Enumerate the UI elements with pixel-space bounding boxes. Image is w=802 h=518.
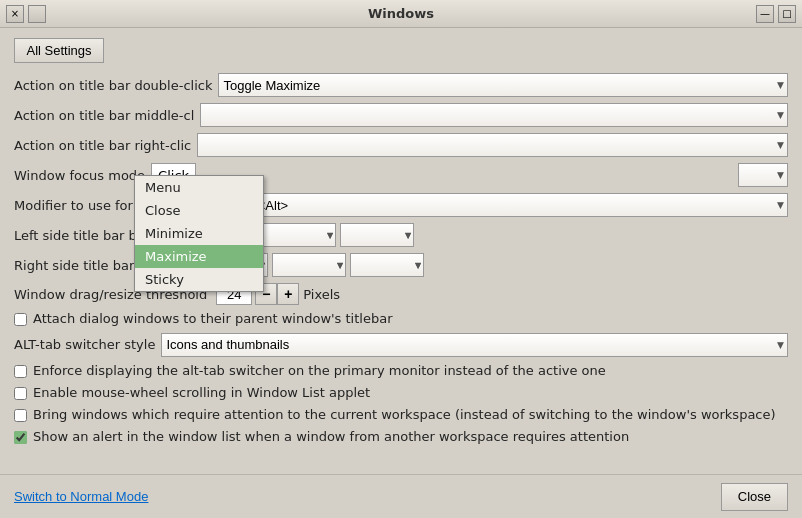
switch-to-normal-mode-link[interactable]: Switch to Normal Mode (14, 489, 148, 504)
dropdown-item-sticky[interactable]: Sticky (135, 268, 263, 291)
threshold-suffix: Pixels (303, 287, 340, 302)
enforce-alt-tab-checkbox[interactable] (14, 365, 27, 378)
mouse-wheel-checkbox[interactable] (14, 387, 27, 400)
alt-tab-label: ALT-tab switcher style (14, 337, 155, 352)
middle-click-select[interactable] (200, 103, 788, 127)
bring-windows-checkbox[interactable] (14, 409, 27, 422)
close-button[interactable]: Close (721, 483, 788, 511)
double-click-select[interactable]: Toggle Maximize (218, 73, 788, 97)
right-btn3-wrapper: ▼ (350, 253, 424, 277)
title-bar-controls: × (6, 5, 46, 23)
double-click-row: Action on title bar double-click Toggle … (14, 73, 788, 97)
right-buttons-selects: ▼ ▼ ▼ (194, 253, 788, 277)
attach-dialog-label: Attach dialog windows to their parent wi… (33, 311, 392, 328)
double-click-label: Action on title bar double-click (14, 78, 212, 93)
attach-dialog-row: Attach dialog windows to their parent wi… (14, 311, 788, 328)
dropdown-item-maximize[interactable]: Maximize (135, 245, 263, 268)
middle-click-select-wrapper (200, 103, 788, 127)
footer: Switch to Normal Mode Close (0, 474, 802, 518)
minimize-button[interactable] (28, 5, 46, 23)
enforce-alt-tab-row: Enforce displaying the alt-tab switcher … (14, 363, 788, 380)
alt-tab-row: ALT-tab switcher style Icons and thumbna… (14, 333, 788, 357)
bring-windows-label: Bring windows which require attention to… (33, 407, 776, 424)
show-alert-label: Show an alert in the window list when a … (33, 429, 629, 446)
double-click-select-wrapper: Toggle Maximize (218, 73, 788, 97)
threshold-increase[interactable]: + (277, 283, 299, 305)
show-alert-row: Show an alert in the window list when a … (14, 429, 788, 446)
bring-windows-row: Bring windows which require attention to… (14, 407, 788, 424)
left-btn2-wrapper: ▼ (262, 223, 336, 247)
mouse-wheel-label: Enable mouse-wheel scrolling in Window L… (33, 385, 370, 402)
title-bar: × Windows — □ (0, 0, 802, 28)
alt-tab-select[interactable]: Icons and thumbnails (161, 333, 788, 357)
left-btn2-select[interactable] (262, 223, 336, 247)
window-title: Windows (368, 6, 434, 21)
all-settings-button[interactable]: All Settings (14, 38, 104, 63)
focus-mode-select-wrapper (738, 163, 788, 187)
focus-mode-row: Window focus mode Click (14, 163, 788, 187)
left-buttons-selects: Sticky ▼ ▼ ▼ (184, 223, 788, 247)
threshold-row: Window drag/resize threshold − + Pixels (14, 283, 788, 305)
resize-button[interactable]: □ (778, 5, 796, 23)
close-button[interactable]: × (6, 5, 24, 23)
window-body: All Settings Action on title bar double-… (0, 28, 802, 474)
dropdown-item-minimize[interactable]: Minimize (135, 222, 263, 245)
left-buttons-row: Left side title bar buttons Sticky ▼ ▼ ▼ (14, 223, 788, 247)
context-dropdown: Menu Close Minimize Maximize Sticky (134, 175, 264, 292)
attach-dialog-checkbox[interactable] (14, 313, 27, 326)
right-btn2-wrapper: ▼ (272, 253, 346, 277)
right-btn2-select[interactable] (272, 253, 346, 277)
alt-tab-select-wrapper: Icons and thumbnails (161, 333, 788, 357)
left-btn3-wrapper: ▼ (340, 223, 414, 247)
show-alert-checkbox[interactable] (14, 431, 27, 444)
enforce-alt-tab-label: Enforce displaying the alt-tab switcher … (33, 363, 606, 380)
maximize-button[interactable]: — (756, 5, 774, 23)
modifier-select[interactable]: <Alt> (253, 193, 788, 217)
right-btn3-select[interactable] (350, 253, 424, 277)
right-click-select-wrapper (197, 133, 788, 157)
right-click-label: Action on title bar right-clic (14, 138, 191, 153)
modifier-select-wrapper: <Alt> (253, 193, 788, 217)
mouse-wheel-row: Enable mouse-wheel scrolling in Window L… (14, 385, 788, 402)
title-bar-right: — □ (756, 5, 796, 23)
focus-mode-label: Window focus mode (14, 168, 145, 183)
modifier-row: Modifier to use for modified actions <Al… (14, 193, 788, 217)
left-btn3-select[interactable] (340, 223, 414, 247)
middle-click-label: Action on title bar middle-cl (14, 108, 194, 123)
right-click-row: Action on title bar right-clic (14, 133, 788, 157)
right-click-select[interactable] (197, 133, 788, 157)
dropdown-item-close[interactable]: Close (135, 199, 263, 222)
dropdown-item-menu[interactable]: Menu (135, 176, 263, 199)
right-buttons-row: Right side title bar buttons ▼ ▼ ▼ (14, 253, 788, 277)
focus-mode-select[interactable] (738, 163, 788, 187)
middle-click-row: Action on title bar middle-cl (14, 103, 788, 127)
